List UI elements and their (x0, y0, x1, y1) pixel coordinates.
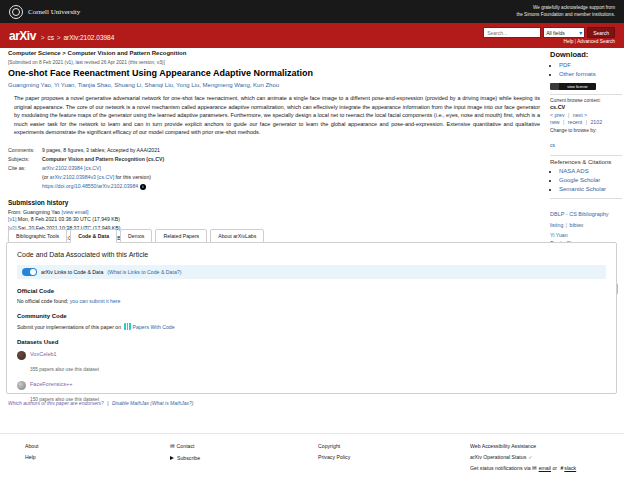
footer-accessibility-link[interactable]: Web Accessibility Assistance (470, 443, 536, 449)
slack-notifications-link[interactable]: slack (564, 465, 576, 471)
semantic-scholar-link[interactable]: Semantic Scholar (559, 186, 606, 192)
breadcrumb-cs-link[interactable]: cs (47, 34, 54, 41)
voxceleb1-usage: 355 papers also use this dataset (30, 367, 99, 372)
papers-with-code-link[interactable]: Papers With Code (133, 324, 175, 330)
faceforensics-link[interactable]: FaceForensics++ (30, 381, 99, 387)
labs-tabs: Bibliographic Tools Code & Data Demos Re… (8, 228, 617, 242)
cite-arxiv-link[interactable]: arXiv:2102.03984 [cs.CV] (42, 165, 101, 171)
datasets-used-heading: Datasets Used (17, 339, 606, 345)
google-scholar-link[interactable]: Google Scholar (559, 177, 600, 183)
meta-table: Comments: 9 pages, 8 figures, 3 tables; … (8, 146, 544, 191)
prev-link[interactable]: < prev (550, 112, 565, 118)
other-formats-link[interactable]: Other formats (559, 71, 596, 77)
authors-list: Guangming YaoYi YuanTianjia ShaoShuang L… (8, 82, 544, 88)
author-link[interactable]: Shanqi Liu (145, 82, 177, 88)
submission-dateline: [Submitted on 8 Feb 2021 (v1), last revi… (8, 60, 544, 65)
doi-link[interactable]: https://doi.org/10.48550/arXiv.2102.0398… (42, 183, 138, 189)
browse-2102-link[interactable]: 2102 (590, 119, 602, 125)
arxivlabs-section: Bibliographic Tools Code & Data Demos Re… (6, 228, 617, 394)
subject-section: Computer Science (8, 50, 61, 56)
list-item: Semantic Scholar (559, 185, 622, 194)
help-divider: | (575, 39, 576, 44)
author-link[interactable]: Mengmeng Wang (203, 82, 253, 88)
tab-about-arxivlabs[interactable]: About arXivLabs (210, 229, 264, 243)
browse-recent-link[interactable]: recent (568, 119, 582, 125)
divider (550, 198, 622, 199)
advanced-search-link[interactable]: Advanced Search (577, 39, 615, 44)
browse-new-link[interactable]: new (550, 119, 560, 125)
license-badge-icon (550, 83, 559, 90)
footer-status-link[interactable]: arXiv Operational Status (470, 454, 526, 460)
nav-divider: | (568, 112, 569, 118)
footer-subscribe-link[interactable]: Subscribe (177, 455, 200, 461)
breadcrumb-separator: > (57, 34, 61, 41)
nasa-ads-link[interactable]: NASA ADS (559, 168, 589, 174)
toggle-label: arXiv Links to Code & Data (41, 269, 103, 275)
author-link[interactable]: Guangming Yao (8, 82, 54, 88)
version-v1-link[interactable]: [v1] (8, 216, 16, 222)
links-to-code-toggle[interactable] (22, 268, 37, 276)
browse-context-heading: Current browse context: (550, 98, 622, 103)
search-input[interactable] (483, 27, 541, 38)
support-acknowledgement: We gratefully acknowledge support from t… (516, 5, 615, 19)
next-link[interactable]: next > (573, 112, 587, 118)
author-link[interactable]: Yong Liu (176, 82, 202, 88)
arxiv-logo[interactable]: arXiv (9, 29, 36, 43)
comments-label: Comments: (8, 146, 42, 155)
official-code-heading: Official Code (17, 288, 606, 294)
tab-bibliographic-tools[interactable]: Bibliographic Tools (8, 229, 67, 243)
voxceleb1-link[interactable]: VoxCeleb1 (30, 351, 99, 357)
info-icon[interactable]: i (140, 184, 146, 190)
submission-history-heading: Submission history (8, 199, 544, 206)
or-text: or (552, 465, 557, 471)
article-main: Computer Science > Computer Vision and P… (0, 50, 544, 243)
header-breadcrumb: > cs > arXiv:2102.03984 (40, 34, 115, 41)
footer-help-link[interactable]: Help (25, 454, 36, 460)
browse-cs-link[interactable]: cs (550, 142, 555, 148)
what-is-links-link[interactable]: (What is Links to Code & Data?) (107, 269, 181, 275)
cite-as-label: Cite as: (8, 164, 42, 191)
author-link[interactable]: Yi Yuan (54, 82, 78, 88)
list-item: Other formats (559, 70, 622, 79)
author-link[interactable]: Shuang Li (114, 82, 144, 88)
subject-breadcrumb: Computer Science > Computer Vision and P… (8, 50, 544, 56)
voxceleb1-avatar (17, 351, 26, 360)
email-notifications-link[interactable]: email (539, 465, 551, 471)
help-link[interactable]: Help (564, 39, 574, 44)
download-heading: Download: (550, 50, 622, 59)
footer-contact-link[interactable]: Contact (177, 443, 195, 449)
version-v1-text: Mon, 8 Feb 2021 03:36:30 UTC (17,949 KB) (18, 216, 120, 222)
footer-about-link[interactable]: About (25, 443, 39, 449)
footer-privacy-link[interactable]: Privacy Policy (318, 454, 350, 460)
dblp-heading-link[interactable]: DBLP - CS Bibliography (550, 211, 609, 217)
meta-row-cite: Cite as: arXiv:2102.03984 [cs.CV] (or ar… (8, 164, 544, 191)
author-link[interactable]: Tianjia Shao (78, 82, 114, 88)
tab-related-papers[interactable]: Related Papers (155, 229, 207, 243)
tab-code-and-data[interactable]: Code & Data (70, 229, 117, 243)
search-button[interactable]: Search (587, 27, 615, 38)
download-pdf-link[interactable]: PDF (559, 62, 571, 68)
breadcrumb-separator: > (41, 34, 45, 41)
version-row: [v1] Mon, 8 Feb 2021 03:36:30 UTC (17,94… (8, 215, 544, 224)
code-data-panel: Code and Data Associated with this Artic… (6, 242, 617, 394)
arxiv-header: arXiv > cs > arXiv:2102.03984 All fields… (0, 23, 624, 48)
license-badge[interactable]: view license (550, 83, 596, 90)
subscribe-icon (170, 456, 174, 460)
change-browse-heading: Change to browse by: (550, 128, 622, 133)
search-field-selector[interactable]: All fields ▾ (543, 27, 585, 38)
cornell-seal-logo[interactable] (9, 5, 23, 19)
breadcrumb-arxiv-id-link[interactable]: arXiv:2102.03984 (63, 34, 114, 41)
papers-with-code-icon[interactable] (124, 323, 131, 330)
envelope-icon: ✉ (170, 443, 175, 449)
status-check-icon: ✓ (528, 454, 532, 460)
footer-copyright-link[interactable]: Copyright (318, 443, 340, 449)
nav-divider: | (563, 119, 564, 125)
submit-code-link[interactable]: you can submit it here (70, 298, 121, 304)
official-code-text: No official code found; (17, 298, 70, 304)
status-notifications-text: Get status notifications via (470, 465, 531, 471)
author-link[interactable]: Kun Zhou (253, 82, 279, 88)
support-line-2: the Simons Foundation and member institu… (516, 12, 615, 19)
cornell-university-link[interactable]: Cornell University (28, 8, 80, 16)
cite-version-link[interactable]: arXiv:2102.03984v3 [cs.CV] (50, 174, 114, 180)
tab-demos[interactable]: Demos (120, 229, 152, 243)
